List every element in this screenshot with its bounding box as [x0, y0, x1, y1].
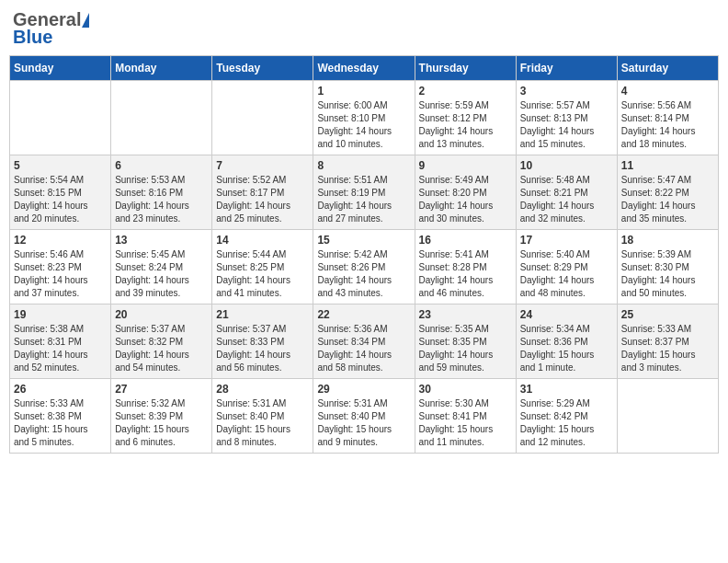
calendar-day-cell: 19Sunrise: 5:38 AM Sunset: 8:31 PM Dayli… [10, 304, 111, 379]
calendar-day-cell [212, 81, 313, 155]
day-info: Sunrise: 5:47 AM Sunset: 8:22 PM Dayligh… [621, 174, 714, 225]
calendar-day-cell: 24Sunrise: 5:34 AM Sunset: 8:36 PM Dayli… [516, 304, 617, 379]
day-number: 14 [216, 234, 309, 247]
calendar-week-row: 26Sunrise: 5:33 AM Sunset: 8:38 PM Dayli… [10, 379, 719, 454]
day-number: 23 [419, 308, 512, 321]
calendar-day-cell: 5Sunrise: 5:54 AM Sunset: 8:15 PM Daylig… [10, 155, 111, 230]
calendar-day-cell: 20Sunrise: 5:37 AM Sunset: 8:32 PM Dayli… [111, 304, 212, 379]
day-number: 29 [317, 383, 410, 396]
day-number: 21 [216, 308, 309, 321]
calendar-day-cell: 23Sunrise: 5:35 AM Sunset: 8:35 PM Dayli… [415, 304, 516, 379]
calendar-day-cell: 25Sunrise: 5:33 AM Sunset: 8:37 PM Dayli… [617, 304, 718, 379]
calendar-day-cell: 6Sunrise: 5:53 AM Sunset: 8:16 PM Daylig… [111, 155, 212, 230]
calendar-day-cell: 16Sunrise: 5:41 AM Sunset: 8:28 PM Dayli… [415, 230, 516, 304]
day-info: Sunrise: 5:45 AM Sunset: 8:24 PM Dayligh… [115, 248, 208, 300]
calendar-day-cell: 12Sunrise: 5:46 AM Sunset: 8:23 PM Dayli… [10, 230, 111, 304]
calendar-header-row: SundayMondayTuesdayWednesdayThursdayFrid… [10, 56, 719, 81]
logo-blue-text: Blue [13, 27, 52, 48]
day-info: Sunrise: 5:37 AM Sunset: 8:33 PM Dayligh… [216, 323, 309, 374]
day-info: Sunrise: 5:38 AM Sunset: 8:31 PM Dayligh… [14, 323, 107, 374]
day-info: Sunrise: 5:33 AM Sunset: 8:38 PM Dayligh… [14, 397, 107, 449]
day-info: Sunrise: 5:32 AM Sunset: 8:39 PM Dayligh… [115, 397, 208, 449]
day-number: 9 [419, 159, 512, 172]
header-wednesday: Wednesday [313, 56, 415, 81]
day-number: 4 [621, 85, 714, 98]
day-info: Sunrise: 5:59 AM Sunset: 8:12 PM Dayligh… [419, 99, 512, 151]
day-number: 7 [216, 159, 309, 172]
day-info: Sunrise: 5:51 AM Sunset: 8:19 PM Dayligh… [317, 174, 410, 225]
day-info: Sunrise: 5:54 AM Sunset: 8:15 PM Dayligh… [14, 174, 107, 225]
calendar-day-cell: 10Sunrise: 5:48 AM Sunset: 8:21 PM Dayli… [516, 155, 617, 230]
day-info: Sunrise: 5:30 AM Sunset: 8:41 PM Dayligh… [419, 397, 512, 449]
calendar-week-row: 1Sunrise: 6:00 AM Sunset: 8:10 PM Daylig… [10, 81, 719, 155]
logo-triangle-icon [82, 13, 89, 28]
day-info: Sunrise: 5:40 AM Sunset: 8:29 PM Dayligh… [520, 248, 613, 300]
day-number: 31 [520, 383, 613, 396]
calendar-day-cell: 14Sunrise: 5:44 AM Sunset: 8:25 PM Dayli… [212, 230, 313, 304]
calendar-day-cell: 21Sunrise: 5:37 AM Sunset: 8:33 PM Dayli… [212, 304, 313, 379]
day-number: 20 [115, 308, 208, 321]
calendar-day-cell: 28Sunrise: 5:31 AM Sunset: 8:40 PM Dayli… [212, 379, 313, 454]
calendar-week-row: 5Sunrise: 5:54 AM Sunset: 8:15 PM Daylig… [10, 155, 719, 230]
calendar-day-cell: 4Sunrise: 5:56 AM Sunset: 8:14 PM Daylig… [617, 81, 718, 155]
calendar-day-cell: 3Sunrise: 5:57 AM Sunset: 8:13 PM Daylig… [516, 81, 617, 155]
day-info: Sunrise: 5:46 AM Sunset: 8:23 PM Dayligh… [14, 248, 107, 300]
day-info: Sunrise: 5:49 AM Sunset: 8:20 PM Dayligh… [419, 174, 512, 225]
calendar-day-cell: 31Sunrise: 5:29 AM Sunset: 8:42 PM Dayli… [516, 379, 617, 454]
calendar-day-cell: 30Sunrise: 5:30 AM Sunset: 8:41 PM Dayli… [415, 379, 516, 454]
day-number: 28 [216, 383, 309, 396]
header-thursday: Thursday [415, 56, 516, 81]
day-number: 24 [520, 308, 613, 321]
day-number: 26 [14, 383, 107, 396]
logo: General Blue [13, 9, 89, 48]
day-info: Sunrise: 5:57 AM Sunset: 8:13 PM Dayligh… [520, 99, 613, 151]
day-number: 30 [419, 383, 512, 396]
day-number: 2 [419, 85, 512, 98]
calendar-day-cell: 1Sunrise: 6:00 AM Sunset: 8:10 PM Daylig… [313, 81, 415, 155]
day-number: 6 [115, 159, 208, 172]
day-number: 27 [115, 383, 208, 396]
calendar-day-cell: 8Sunrise: 5:51 AM Sunset: 8:19 PM Daylig… [313, 155, 415, 230]
calendar-week-row: 12Sunrise: 5:46 AM Sunset: 8:23 PM Dayli… [10, 230, 719, 304]
header-sunday: Sunday [10, 56, 111, 81]
calendar-day-cell [617, 379, 718, 454]
header-tuesday: Tuesday [212, 56, 313, 81]
calendar-table: SundayMondayTuesdayWednesdayThursdayFrid… [9, 55, 719, 454]
day-info: Sunrise: 5:56 AM Sunset: 8:14 PM Dayligh… [621, 99, 714, 151]
day-number: 10 [520, 159, 613, 172]
calendar-day-cell: 13Sunrise: 5:45 AM Sunset: 8:24 PM Dayli… [111, 230, 212, 304]
day-info: Sunrise: 5:42 AM Sunset: 8:26 PM Dayligh… [317, 248, 410, 300]
calendar-day-cell: 9Sunrise: 5:49 AM Sunset: 8:20 PM Daylig… [415, 155, 516, 230]
day-info: Sunrise: 5:29 AM Sunset: 8:42 PM Dayligh… [520, 397, 613, 449]
day-number: 11 [621, 159, 714, 172]
day-number: 15 [317, 234, 410, 247]
calendar-day-cell: 27Sunrise: 5:32 AM Sunset: 8:39 PM Dayli… [111, 379, 212, 454]
day-number: 18 [621, 234, 714, 247]
calendar-day-cell: 18Sunrise: 5:39 AM Sunset: 8:30 PM Dayli… [617, 230, 718, 304]
calendar-week-row: 19Sunrise: 5:38 AM Sunset: 8:31 PM Dayli… [10, 304, 719, 379]
day-info: Sunrise: 5:33 AM Sunset: 8:37 PM Dayligh… [621, 323, 714, 374]
header-friday: Friday [516, 56, 617, 81]
day-info: Sunrise: 5:44 AM Sunset: 8:25 PM Dayligh… [216, 248, 309, 300]
day-number: 3 [520, 85, 613, 98]
day-number: 13 [115, 234, 208, 247]
calendar-day-cell: 11Sunrise: 5:47 AM Sunset: 8:22 PM Dayli… [617, 155, 718, 230]
day-info: Sunrise: 5:41 AM Sunset: 8:28 PM Dayligh… [419, 248, 512, 300]
header-monday: Monday [111, 56, 212, 81]
day-info: Sunrise: 5:48 AM Sunset: 8:21 PM Dayligh… [520, 174, 613, 225]
day-number: 17 [520, 234, 613, 247]
day-info: Sunrise: 5:31 AM Sunset: 8:40 PM Dayligh… [317, 397, 410, 449]
day-info: Sunrise: 5:37 AM Sunset: 8:32 PM Dayligh… [115, 323, 208, 374]
day-number: 8 [317, 159, 410, 172]
day-number: 1 [317, 85, 410, 98]
day-info: Sunrise: 5:31 AM Sunset: 8:40 PM Dayligh… [216, 397, 309, 449]
day-number: 12 [14, 234, 107, 247]
day-number: 5 [14, 159, 107, 172]
page-header: General Blue [9, 9, 719, 48]
calendar-day-cell [111, 81, 212, 155]
day-number: 19 [14, 308, 107, 321]
calendar-day-cell: 29Sunrise: 5:31 AM Sunset: 8:40 PM Dayli… [313, 379, 415, 454]
calendar-day-cell: 15Sunrise: 5:42 AM Sunset: 8:26 PM Dayli… [313, 230, 415, 304]
calendar-day-cell: 22Sunrise: 5:36 AM Sunset: 8:34 PM Dayli… [313, 304, 415, 379]
day-info: Sunrise: 5:53 AM Sunset: 8:16 PM Dayligh… [115, 174, 208, 225]
